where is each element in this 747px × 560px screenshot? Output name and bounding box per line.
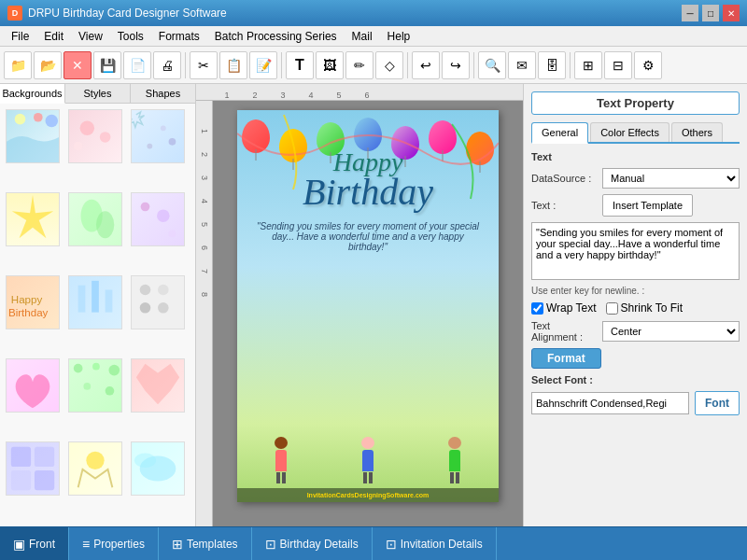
toolbar-sep2 <box>281 52 282 78</box>
toolbar-open[interactable]: 📂 <box>34 51 62 79</box>
bg-thumbnail-8[interactable] <box>68 275 122 329</box>
bg-thumbnail-12[interactable] <box>131 358 185 413</box>
alignment-label: Text Alignment : <box>531 320 597 343</box>
svg-rect-17 <box>92 281 99 313</box>
hint-text: Use enter key for newline. : <box>531 286 740 296</box>
prop-tab-others[interactable]: Others <box>671 122 723 142</box>
toolbar-grid[interactable]: ⊞ <box>574 51 602 79</box>
bg-thumbnail-14[interactable] <box>68 441 122 496</box>
menu-view[interactable]: View <box>71 28 110 45</box>
bg-thumbnail-11[interactable] <box>68 358 122 413</box>
toolbar-image[interactable]: 🖼 <box>316 51 344 79</box>
svg-rect-29 <box>35 447 54 467</box>
toolbar-undo[interactable]: ↩ <box>412 51 440 79</box>
toolbar-grid2[interactable]: ⊟ <box>604 51 632 79</box>
toolbar-email[interactable]: ✉ <box>508 51 536 79</box>
toolbar-text[interactable]: T <box>286 51 314 79</box>
status-tab-birthday-details[interactable]: ⊡ Birthday Details <box>252 527 373 560</box>
kid-leg-3l <box>450 472 454 483</box>
menu-batch[interactable]: Batch Processing Series <box>207 28 345 45</box>
maximize-button[interactable]: □ <box>702 5 719 21</box>
svg-point-24 <box>92 363 100 371</box>
bg-thumbnail-5[interactable] <box>68 192 122 246</box>
close-button[interactable]: ✕ <box>723 5 740 21</box>
kid-head-3 <box>448 437 461 449</box>
insert-template-button[interactable]: Insert Template <box>602 194 693 217</box>
app-title: DRPU Birthday Card Designer Software <box>28 7 227 20</box>
toolbar-print[interactable]: 🖨 <box>153 51 181 79</box>
svg-rect-30 <box>11 470 31 490</box>
font-button[interactable]: Font <box>695 391 740 415</box>
toolbar-redo[interactable]: ↪ <box>442 51 470 79</box>
card-quote-text: "Sending you smiles for every moment of … <box>237 221 499 252</box>
bg-thumbnail-2[interactable] <box>68 109 122 163</box>
toolbar-draw[interactable]: ✏ <box>345 51 374 79</box>
toolbar-copy[interactable]: 📋 <box>219 51 247 79</box>
toolbar-zoom[interactable]: 🔍 <box>478 51 506 79</box>
toolbar-new[interactable]: 📁 <box>4 51 32 79</box>
text-content-area[interactable]: "Sending you smiles for every moment of … <box>531 222 740 280</box>
svg-point-25 <box>108 365 120 376</box>
ruler-left: 1 2 3 4 5 6 7 8 <box>196 101 213 526</box>
toolbar-sep3 <box>407 52 408 78</box>
toolbar-cut[interactable]: ✂ <box>190 51 218 79</box>
text-label-row: Text : Insert Template <box>531 194 740 217</box>
toolbar-saveas[interactable]: 📄 <box>123 51 151 79</box>
bg-thumbnail-3[interactable] <box>131 109 185 163</box>
window-controls[interactable]: ─ □ ✕ <box>682 5 740 21</box>
format-button[interactable]: Format <box>531 348 601 369</box>
canvas-area: 1 2 3 4 5 6 1 2 3 4 5 6 7 8 <box>196 84 523 526</box>
ruler-mark: 6 <box>353 91 381 100</box>
shrink-fit-checkbox[interactable] <box>606 302 618 315</box>
status-tab-front[interactable]: ▣ Front <box>0 527 69 560</box>
birthday-main-text: Birthday <box>303 170 433 214</box>
toolbar-save[interactable]: 💾 <box>93 51 121 79</box>
kid-head-1 <box>275 437 288 449</box>
toolbar-settings[interactable]: ⚙ <box>634 51 662 79</box>
menu-tools[interactable]: Tools <box>110 28 151 45</box>
menu-formats[interactable]: Formats <box>151 28 207 45</box>
svg-point-8 <box>147 144 152 149</box>
bg-thumbnail-13[interactable] <box>6 441 60 496</box>
tab-shapes[interactable]: Shapes <box>131 84 195 103</box>
bg-thumbnail-1[interactable] <box>6 109 60 163</box>
toolbar-shape[interactable]: ◇ <box>375 51 403 79</box>
font-name-input[interactable] <box>531 392 689 414</box>
bg-thumbnail-10[interactable] <box>6 358 60 413</box>
svg-point-13 <box>169 231 176 238</box>
status-tab-invitation-details[interactable]: ⊡ Invitation Details <box>373 527 497 560</box>
tab-styles[interactable]: Styles <box>65 84 131 103</box>
datasource-select[interactable]: Manual Database <box>602 168 740 189</box>
bg-thumbnail-9[interactable] <box>131 275 185 329</box>
svg-point-27 <box>106 386 115 396</box>
prop-tab-general[interactable]: General <box>531 122 588 144</box>
toolbar-sep5 <box>570 52 571 78</box>
minimize-button[interactable]: ─ <box>682 5 698 21</box>
svg-rect-16 <box>78 286 86 313</box>
kid-legs-3 <box>450 472 459 483</box>
status-tab-templates[interactable]: ⊞ Templates <box>159 527 252 560</box>
bg-thumbnail-4[interactable] <box>6 192 60 246</box>
wrap-text-label[interactable]: Wrap Text <box>531 301 597 315</box>
card-preview[interactable]: Happy Birthday "Sending you smiles for e… <box>237 110 499 502</box>
bg-thumbnail-7[interactable]: HappyBirthday <box>6 275 60 329</box>
tab-backgrounds[interactable]: Backgrounds <box>0 84 65 104</box>
bg-thumbnail-6[interactable] <box>131 192 185 246</box>
menu-edit[interactable]: Edit <box>36 28 71 45</box>
kid-figure-3 <box>441 437 469 483</box>
menu-mail[interactable]: Mail <box>345 28 380 45</box>
shrink-fit-label[interactable]: Shrink To Fit <box>606 301 683 315</box>
svg-point-23 <box>74 364 83 373</box>
toolbar-db[interactable]: 🗄 <box>538 51 566 79</box>
wrap-text-checkbox[interactable] <box>531 302 543 315</box>
prop-tab-color-effects[interactable]: Color Effects <box>590 122 669 142</box>
alignment-select[interactable]: Center Left Right Justify <box>602 321 740 342</box>
menu-file[interactable]: File <box>4 28 36 45</box>
checkbox-row: Wrap Text Shrink To Fit <box>531 301 740 315</box>
status-tab-properties[interactable]: ≡ Properties <box>69 527 159 560</box>
menu-help[interactable]: Help <box>380 28 418 45</box>
toolbar-paste[interactable]: 📝 <box>249 51 277 79</box>
toolbar-close[interactable]: ✕ <box>63 51 92 79</box>
ruler-mark: 4 <box>297 91 325 100</box>
bg-thumbnail-15[interactable] <box>131 441 185 496</box>
